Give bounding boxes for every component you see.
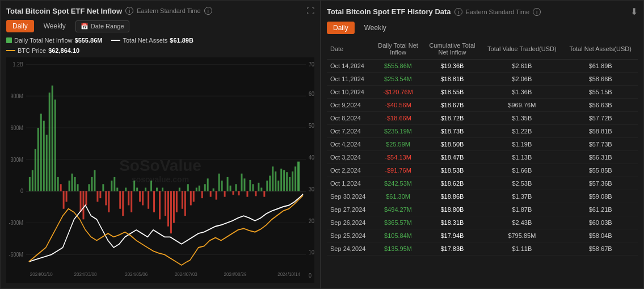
svg-rect-62 — [142, 191, 144, 206]
table-wrapper[interactable]: Date Daily Total NetInflow Cumulative To… — [327, 39, 638, 283]
cell-assets: $57.36B — [563, 177, 638, 190]
legend-inflow-value: $555.86M — [75, 37, 103, 44]
legend-btc-value: $62,864.10 — [48, 47, 79, 54]
left-timezone: Eastern Standard Time — [137, 7, 201, 14]
svg-rect-96 — [238, 191, 239, 195]
cell-cumulative: $18.67B — [423, 99, 481, 112]
col-cumulative: Cumulative TotalNet Inflow — [423, 39, 481, 60]
svg-rect-51 — [111, 181, 112, 191]
cell-daily: $25.59M — [373, 138, 424, 151]
cell-cumulative: $18.47B — [423, 151, 481, 164]
chart-area: 1.2B 900M 600M 300M 0 -300M -600M 70B 60… — [6, 57, 314, 283]
left-info-icon[interactable]: i — [125, 7, 133, 15]
cell-daily: $494.27M — [373, 203, 424, 216]
svg-rect-107 — [269, 175, 271, 191]
svg-text:10B: 10B — [309, 249, 314, 256]
svg-rect-60 — [136, 188, 138, 191]
cell-date: Oct 3,2024 — [327, 151, 373, 164]
download-icon[interactable]: ⬇ — [630, 6, 638, 17]
svg-rect-49 — [105, 191, 107, 206]
svg-rect-72 — [170, 191, 172, 233]
svg-rect-117 — [297, 162, 300, 191]
svg-rect-44 — [91, 177, 92, 191]
cell-daily: $105.84M — [373, 229, 424, 242]
svg-rect-104 — [260, 188, 262, 191]
svg-rect-41 — [83, 191, 85, 220]
svg-rect-97 — [241, 174, 242, 191]
svg-rect-98 — [243, 178, 245, 191]
cell-assets: $60.03B — [563, 216, 638, 229]
svg-rect-58 — [131, 191, 132, 212]
right-timezone-info-icon[interactable]: i — [533, 8, 541, 16]
cell-date: Sep 27,2024 — [327, 203, 373, 216]
cell-assets: $58.67B — [563, 242, 638, 256]
svg-rect-76 — [182, 191, 183, 209]
svg-rect-47 — [99, 191, 101, 198]
cell-daily: $253.54M — [373, 73, 424, 86]
right-title: Total Bitcoin Spot ETF History Data — [327, 7, 451, 16]
legend-assets-label: Total Net Assets — [123, 37, 167, 44]
expand-icon[interactable]: ⛶ — [306, 6, 314, 15]
svg-rect-31 — [54, 99, 56, 191]
legend-row-btc: BTC Price $62,864.10 — [6, 47, 314, 54]
cell-traded: $1.87B — [481, 203, 563, 216]
cell-daily: $242.53M — [373, 177, 424, 190]
svg-rect-37 — [71, 174, 73, 191]
svg-text:30B: 30B — [309, 186, 314, 192]
svg-rect-53 — [116, 188, 118, 191]
cell-assets: $59.08B — [563, 190, 638, 203]
svg-rect-95 — [235, 184, 237, 191]
table-header-row: Date Daily Total NetInflow Cumulative To… — [327, 39, 638, 60]
left-tab-daily[interactable]: Daily — [6, 20, 34, 32]
cell-date: Oct 11,2024 — [327, 73, 373, 86]
right-info-icon[interactable]: i — [454, 8, 462, 16]
svg-rect-114 — [289, 177, 291, 191]
table-row: Sep 25,2024 $105.84M $17.94B $795.85M $5… — [327, 229, 638, 242]
cell-daily: -$40.56M — [373, 99, 424, 112]
svg-rect-100 — [249, 180, 251, 191]
cell-cumulative: $18.62B — [423, 177, 481, 190]
cell-assets: $56.63B — [563, 99, 638, 112]
table-row: Oct 1,2024 $242.53M $18.62B $2.53B $57.3… — [327, 177, 638, 190]
cell-date: Oct 9,2024 — [327, 99, 373, 112]
table-row: Sep 26,2024 $365.57M $18.31B $2.43B $60.… — [327, 216, 638, 229]
right-tab-daily[interactable]: Daily — [327, 22, 355, 34]
cell-assets: $58.81B — [563, 125, 638, 138]
legend-daily-inflow: Daily Total Net Inflow $555.86M — [6, 37, 102, 44]
cell-traded: $795.85M — [481, 229, 563, 242]
legend-btc-price: BTC Price $62,864.10 — [6, 47, 79, 54]
right-tab-row: Daily Weekly — [327, 22, 638, 34]
svg-text:2024/08/29: 2024/08/29 — [224, 271, 247, 277]
svg-rect-102 — [255, 191, 256, 196]
cell-traded: $1.22B — [481, 125, 563, 138]
cell-date: Sep 24,2024 — [327, 242, 373, 256]
svg-rect-69 — [162, 188, 163, 191]
svg-rect-105 — [263, 191, 265, 197]
col-assets: Total Net Assets(USD) — [563, 39, 638, 60]
legend-dot-inflow — [6, 37, 12, 43]
cell-traded: $2.53B — [481, 177, 563, 190]
svg-rect-71 — [167, 191, 169, 227]
table-row: Sep 27,2024 $494.27M $18.80B $1.87B $61.… — [327, 203, 638, 216]
cell-traded: $969.76M — [481, 99, 563, 112]
svg-rect-113 — [286, 172, 288, 191]
right-tab-weekly[interactable]: Weekly — [358, 22, 393, 34]
svg-rect-39 — [77, 184, 79, 191]
legend-assets-value: $61.89B — [170, 37, 193, 44]
svg-rect-115 — [292, 171, 293, 191]
cell-date: Oct 4,2024 — [327, 138, 373, 151]
left-panel: Total Bitcoin Spot ETF Net Inflow i East… — [0, 0, 321, 289]
svg-rect-52 — [113, 177, 115, 191]
svg-text:300M: 300M — [10, 156, 23, 163]
left-tab-weekly[interactable]: Weekly — [37, 20, 72, 32]
svg-rect-61 — [139, 191, 141, 202]
svg-rect-92 — [227, 177, 229, 191]
date-range-button[interactable]: 📅 Date Range — [75, 20, 129, 32]
cell-daily: $555.86M — [373, 60, 424, 73]
cell-traded: $2.43B — [481, 216, 563, 229]
svg-rect-35 — [66, 191, 68, 202]
history-table: Date Daily Total NetInflow Cumulative To… — [327, 39, 638, 256]
left-timezone-info-icon[interactable]: i — [204, 7, 212, 15]
cell-cumulative: $19.36B — [423, 60, 481, 73]
svg-rect-67 — [156, 188, 158, 191]
